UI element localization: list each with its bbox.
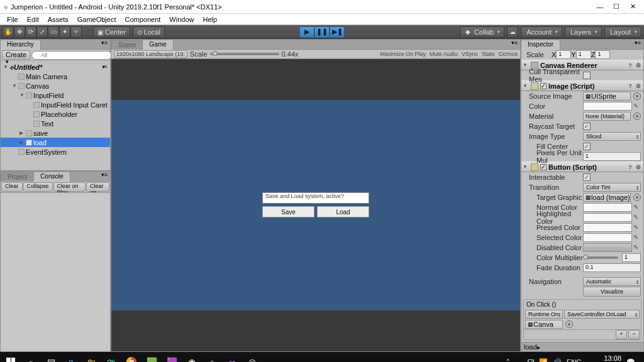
panel-menu-icon[interactable]: ▾≡ xyxy=(99,40,110,49)
menu-window[interactable]: Window xyxy=(165,14,198,25)
hand-tool-icon[interactable]: ✋ xyxy=(3,26,14,38)
tab-inspector[interactable]: Inspector xyxy=(521,40,560,50)
menu-edit[interactable]: Edit xyxy=(23,14,43,25)
account-dropdown[interactable]: Account▾ xyxy=(521,26,562,38)
scale-x-field[interactable]: 1 xyxy=(556,50,571,59)
edge-icon[interactable]: e xyxy=(63,354,79,362)
mute-audio-toggle[interactable]: Mute Audio xyxy=(430,51,458,57)
visualize-button[interactable]: Visualize xyxy=(583,287,641,297)
source-image-field[interactable]: ▦ UISprite xyxy=(583,92,631,101)
add-event-button[interactable]: + xyxy=(616,330,627,339)
event-target-field[interactable]: ▦ Canva xyxy=(525,320,563,329)
tab-game[interactable]: Game xyxy=(143,40,173,50)
color-field[interactable] xyxy=(583,102,632,111)
panel-menu-icon[interactable]: ▾≡ xyxy=(632,40,643,49)
transition-dropdown[interactable]: Color Tint xyxy=(583,183,641,192)
tab-scene[interactable]: Scene xyxy=(111,40,143,50)
app-icon-circle[interactable]: ◎ xyxy=(244,354,260,362)
material-field[interactable]: None (Material) xyxy=(583,112,631,121)
cloud-icon[interactable]: ☁ xyxy=(507,26,518,38)
menu-help[interactable]: Help xyxy=(198,14,221,25)
onedrive-icon[interactable]: ☁ xyxy=(515,358,522,363)
taskview-icon[interactable]: ▤ xyxy=(43,354,59,362)
tab-project[interactable]: Project xyxy=(1,172,34,182)
stats-toggle[interactable]: Stats xyxy=(482,51,495,57)
game-load-button[interactable]: Load xyxy=(317,206,369,217)
step-button[interactable]: ▶❚ xyxy=(330,26,345,38)
gizmos-dropdown[interactable]: Gizmos xyxy=(498,51,518,57)
tree-item[interactable]: Text xyxy=(1,119,110,128)
disabled-color-field[interactable] xyxy=(583,243,632,252)
maximize-on-play-toggle[interactable]: Maximize On Play xyxy=(380,51,426,57)
image-component-header[interactable]: ▼✓Image (Script)?⚙ xyxy=(521,80,643,91)
chrome-icon[interactable] xyxy=(123,354,140,362)
tree-item[interactable]: InputField Input Caret xyxy=(1,100,110,109)
collapse-button[interactable]: Collapse xyxy=(23,182,53,192)
object-picker-icon[interactable] xyxy=(633,92,641,100)
object-picker-icon[interactable] xyxy=(565,321,573,328)
image-type-dropdown[interactable]: Sliced xyxy=(583,132,641,141)
rect-tool-icon[interactable]: ▭ xyxy=(48,26,59,38)
help-icon[interactable]: ? xyxy=(626,62,634,69)
explorer-icon[interactable]: 🗀 xyxy=(83,354,99,362)
cull-checkbox[interactable] xyxy=(583,72,591,79)
eyedropper-icon[interactable]: ✎ xyxy=(633,224,641,231)
pause-button[interactable]: ❚❚ xyxy=(314,26,330,38)
menu-assets[interactable]: Assets xyxy=(43,14,73,25)
clear-on-build-button[interactable]: Clear on xyxy=(86,182,109,192)
menu-file[interactable]: File xyxy=(3,14,23,25)
language-indicator[interactable]: ENG xyxy=(567,358,582,362)
rotate-tool-icon[interactable]: ⟳ xyxy=(25,26,36,38)
clear-button[interactable]: Clear xyxy=(1,182,23,192)
runtime-dropdown[interactable]: Runtime On xyxy=(525,310,563,319)
app-icon-green[interactable]: 🟩 xyxy=(143,354,160,362)
hierarchy-search[interactable] xyxy=(31,51,112,60)
button-enabled-checkbox[interactable]: ✓ xyxy=(540,164,547,170)
tree-item[interactable]: ▶save xyxy=(1,128,110,138)
function-dropdown[interactable]: SaveController.OnLoad xyxy=(564,310,640,319)
object-picker-icon[interactable] xyxy=(633,112,641,120)
custom-tool-icon[interactable]: ✧ xyxy=(70,26,82,38)
visualstudio-icon[interactable]: ∞ xyxy=(224,354,240,362)
scale-tool-icon[interactable]: ⤢ xyxy=(36,26,48,38)
maximize-icon[interactable]: ☐ xyxy=(613,3,620,11)
interactable-checkbox[interactable]: ✓ xyxy=(583,173,591,181)
clear-on-play-button[interactable]: Clear on Play xyxy=(53,182,86,192)
highlighted-color-field[interactable] xyxy=(583,213,632,222)
layers-dropdown[interactable]: Layers▾ xyxy=(565,26,602,38)
image-enabled-checkbox[interactable]: ✓ xyxy=(540,83,547,89)
panel-menu-icon[interactable]: ▾≡ xyxy=(99,172,110,181)
tray-overflow-icon[interactable]: ˄ xyxy=(506,358,510,363)
selected-color-field[interactable] xyxy=(583,233,632,242)
eyedropper-icon[interactable]: ✎ xyxy=(633,234,641,241)
wifi-icon[interactable]: 📶 xyxy=(539,358,548,363)
navigation-dropdown[interactable]: Automatic xyxy=(583,277,641,286)
eyedropper-icon[interactable]: ✎ xyxy=(633,204,641,211)
unity-taskbar-icon[interactable]: ⟐ xyxy=(204,354,220,362)
gear-icon[interactable]: ⚙ xyxy=(635,62,642,69)
game-inputfield[interactable]: Save and Load system, active? xyxy=(262,192,369,204)
eyedropper-icon[interactable]: ✎ xyxy=(633,102,641,110)
search-icon[interactable]: ⌕ xyxy=(23,354,39,362)
collab-button[interactable]: ◆ Collab▾ xyxy=(460,26,504,38)
eyedropper-icon[interactable]: ✎ xyxy=(633,214,641,221)
menu-gameobject[interactable]: GameObject xyxy=(73,14,121,25)
scale-slider[interactable] xyxy=(210,53,279,55)
help-icon[interactable]: ? xyxy=(626,163,634,171)
tree-item[interactable]: Main Camera xyxy=(1,72,110,81)
pivot-local-button[interactable]: ⊙ Local xyxy=(133,26,165,38)
raycast-checkbox[interactable]: ✓ xyxy=(583,123,591,130)
pressed-color-field[interactable] xyxy=(583,223,632,232)
tab-hierarchy[interactable]: Hierarchy xyxy=(1,40,41,50)
panel-menu-icon[interactable]: ▾≡ xyxy=(509,40,520,49)
close-icon[interactable]: ✕ xyxy=(629,3,636,11)
help-icon[interactable]: ? xyxy=(626,82,634,90)
clock[interactable]: 13:0825.10.2019 xyxy=(587,355,621,362)
ppu-field[interactable]: 1 xyxy=(583,152,641,161)
layout-dropdown[interactable]: Layout▾ xyxy=(604,26,641,38)
play-button[interactable]: ▶ xyxy=(299,26,314,38)
aspect-dropdown[interactable]: 1920x1080 Landscape (19: xyxy=(114,50,187,58)
fill-center-checkbox[interactable]: ✓ xyxy=(583,143,591,150)
battery-icon[interactable]: 🗠 xyxy=(527,358,534,362)
target-graphic-field[interactable]: ▦ load (Image) xyxy=(583,193,631,202)
